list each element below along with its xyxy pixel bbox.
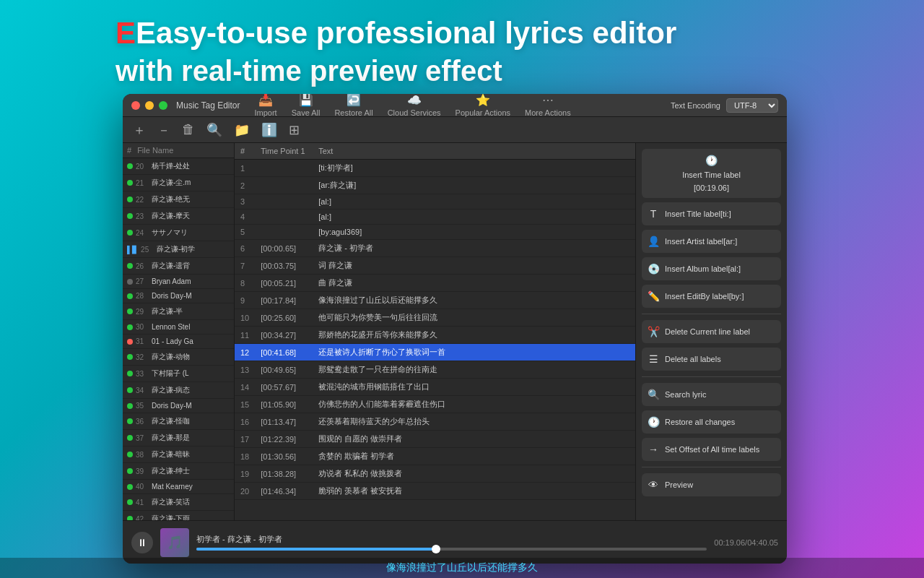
insert-title-button[interactable]: T Insert Title label[ti:]	[642, 202, 781, 225]
sidebar-item[interactable]: 30 Lennon Stel	[123, 320, 234, 335]
table-row[interactable]: 9 [00:17.84] 像海浪撞过了山丘以后还能撑多久	[235, 292, 635, 309]
status-dot	[127, 354, 133, 360]
track-name: 初学者 - 薛之谦 - 初学者	[196, 534, 707, 545]
info-button[interactable]: ℹ️	[258, 121, 280, 139]
sidebar-item[interactable]: 42 薛之谦-下雨	[123, 511, 234, 520]
sidebar-item[interactable]: 32 薛之谦-动物	[123, 349, 234, 366]
item-name: 薛之谦-动物	[152, 352, 230, 362]
table-row[interactable]: 7 [00:03.75] 词 薛之谦	[235, 257, 635, 275]
restore-changes-button[interactable]: 🕐 Restore all changes	[642, 410, 781, 434]
maximize-button[interactable]	[159, 101, 167, 110]
status-dot	[127, 435, 133, 441]
table-row[interactable]: 2 [ar:薛之谦]	[235, 177, 635, 194]
add-file-button[interactable]: ＋	[130, 120, 149, 140]
table-row[interactable]: 10 [00:25.60] 他可能只为你赞美一句后往往回流	[235, 309, 635, 327]
remove-file-button[interactable]: －	[154, 120, 173, 140]
sidebar-item[interactable]: 37 薛之谦-那是	[123, 430, 234, 447]
sidebar-col-num: #	[127, 146, 131, 155]
status-dot	[127, 371, 133, 376]
table-row[interactable]: 5 [by:agul369]	[235, 225, 635, 240]
table-row[interactable]: 12 [00:41.68] 还是被诗人折断了伤心了换歌词一首	[235, 344, 635, 361]
row-time: [00:25.60]	[255, 309, 313, 327]
toolbar-popular[interactable]: ⭐ Popular Actions	[456, 94, 510, 117]
folder-button[interactable]: 📁	[231, 121, 253, 139]
sidebar-item[interactable]: ▌▊ 25 薛之谦-初学	[123, 241, 234, 258]
set-offset-button[interactable]: → Set Offset of All time labels	[642, 438, 781, 461]
sidebar-item[interactable]: 28 Doris Day-M	[123, 289, 234, 303]
table-row[interactable]: 19 [01:38.28] 劝说者 私私的 做挑拨者	[235, 465, 635, 483]
insert-editby-button[interactable]: ✏️ Insert EditBy label[by:]	[642, 285, 781, 308]
row-text: [al:]	[313, 194, 635, 210]
preview-icon: 👁	[646, 479, 661, 491]
sidebar-item[interactable]: 34 薛之谦-病态	[123, 382, 234, 399]
row-time: [00:05.21]	[255, 275, 313, 292]
insert-artist-button[interactable]: 👤 Insert Artist label[ar:]	[642, 230, 781, 253]
item-number: 38	[136, 451, 149, 459]
item-number: 33	[136, 370, 149, 378]
delete-all-button[interactable]: ☰ Delete all labels	[642, 348, 781, 371]
table-row[interactable]: 1 [ti:初学者]	[235, 160, 635, 177]
toolbar-restore-all[interactable]: ↩️ Restore All	[334, 94, 372, 117]
insert-time-button[interactable]: 🕐 Insert Time label [00:19.06]	[642, 149, 781, 198]
sidebar-item[interactable]: 35 Doris Day-M	[123, 399, 234, 413]
sidebar-item[interactable]: 31 01 - Lady Ga	[123, 335, 234, 349]
play-pause-button[interactable]: ⏸	[131, 532, 153, 553]
toolbar-save-all[interactable]: 💾 Save All	[292, 94, 321, 117]
table-row[interactable]: 13 [00:49.65] 那鸳鸯走散了一只在拼命的往南走	[235, 361, 635, 379]
insert-album-button[interactable]: 💿 Insert Album label[al:]	[642, 257, 781, 280]
encoding-select[interactable]: UTF-8 UTF-16	[726, 98, 778, 113]
sidebar-item[interactable]: 21 薛之谦-尘.m	[123, 175, 234, 191]
table-row[interactable]: 4 [al:]	[235, 210, 635, 225]
toolbar-import[interactable]: 📥 Import	[254, 94, 276, 117]
item-number: 37	[136, 434, 149, 442]
delete-current-button[interactable]: ✂️ Delete Current line label	[642, 320, 781, 343]
row-time: [01:38.28]	[255, 465, 313, 483]
delete-file-button[interactable]: 🗑	[179, 121, 198, 139]
row-num: 3	[235, 194, 255, 210]
delete-all-icon: ☰	[646, 353, 661, 365]
sidebar-item[interactable]: 33 下村陽子 (L	[123, 366, 234, 382]
lyrics-ticker-text: 像海浪撞过了山丘以后还能撑多久	[386, 561, 538, 574]
search-lyric-button[interactable]: 🔍 Search lyric	[642, 383, 781, 406]
table-row[interactable]: 15 [01:05.90] 仿佛悲伤的人们能靠着雾霾遮住伤口	[235, 396, 635, 413]
table-row[interactable]: 6 [00:00.65] 薛之谦 - 初学者	[235, 240, 635, 257]
row-num: 17	[235, 431, 255, 448]
table-row[interactable]: 17 [01:22.39] 围观的 自愿的 做崇拜者	[235, 431, 635, 448]
close-button[interactable]	[131, 101, 140, 110]
table-row[interactable]: 16 [01:13.47] 还羡慕着期待蓝天的少年总抬头	[235, 413, 635, 431]
lyrics-tbody: 1 [ti:初学者] 2 [ar:薛之谦] 3 [al:] 4 [al:] 5 …	[235, 160, 635, 500]
sidebar-item[interactable]: 23 薛之谦-摩天	[123, 208, 234, 225]
sidebar-item[interactable]: 27 Bryan Adam	[123, 275, 234, 289]
toolbar-cloud[interactable]: ☁️ Cloud Services	[388, 94, 441, 117]
table-row[interactable]: 20 [01:46.34] 脆弱的 羡慕者 被安抚着	[235, 483, 635, 500]
sidebar-item[interactable]: 36 薛之谦-怪咖	[123, 413, 234, 430]
table-row[interactable]: 8 [00:05.21] 曲 薛之谦	[235, 275, 635, 292]
sidebar-item[interactable]: 20 杨千嬅-处处	[123, 158, 234, 175]
row-time: [00:00.65]	[255, 240, 313, 257]
sidebar-item[interactable]: 26 薛之谦-遗背	[123, 258, 234, 275]
toolbar-more[interactable]: ⋯ More Actions	[525, 94, 571, 117]
preview-button[interactable]: 👁 Preview	[642, 473, 781, 496]
progress-bar[interactable]	[196, 548, 707, 551]
row-text: 围观的 自愿的 做崇拜者	[313, 431, 635, 448]
sidebar-item[interactable]: 40 Mat Kearney	[123, 480, 234, 494]
item-name: Bryan Adam	[152, 277, 230, 285]
sidebar-item[interactable]: 38 薛之谦-暗昧	[123, 447, 234, 463]
minimize-button[interactable]	[145, 101, 154, 110]
table-row[interactable]: 18 [01:30.56] 贪婪的 欺骗着 初学者	[235, 448, 635, 465]
table-row[interactable]: 3 [al:]	[235, 194, 635, 210]
search-file-button[interactable]: 🔍	[204, 121, 225, 139]
table-row[interactable]: 14 [00:57.67] 被混沌的城市用钢筋捂住了出口	[235, 379, 635, 396]
row-num: 1	[235, 160, 255, 177]
sidebar-item[interactable]: 29 薛之谦-半	[123, 303, 234, 320]
sidebar-item[interactable]: 22 薛之谦-绝无	[123, 191, 234, 208]
toolbar: 📥 Import 💾 Save All ↩️ Restore All ☁️ Cl…	[254, 94, 778, 117]
sidebar-item[interactable]: 41 薛之谦-笑话	[123, 494, 234, 511]
sidebar-item[interactable]: 24 ササノマリ	[123, 225, 234, 241]
item-number: 31	[136, 337, 149, 345]
lyrics-ticker: 像海浪撞过了山丘以后还能撑多久	[0, 558, 924, 578]
sidebar-item[interactable]: 39 薛之谦-绅士	[123, 463, 234, 480]
row-time: [01:22.39]	[255, 431, 313, 448]
table-row[interactable]: 11 [00:34.27] 那娇艳的花盛开后等你来能撑多久	[235, 327, 635, 344]
grid-button[interactable]: ⊞	[286, 121, 302, 139]
